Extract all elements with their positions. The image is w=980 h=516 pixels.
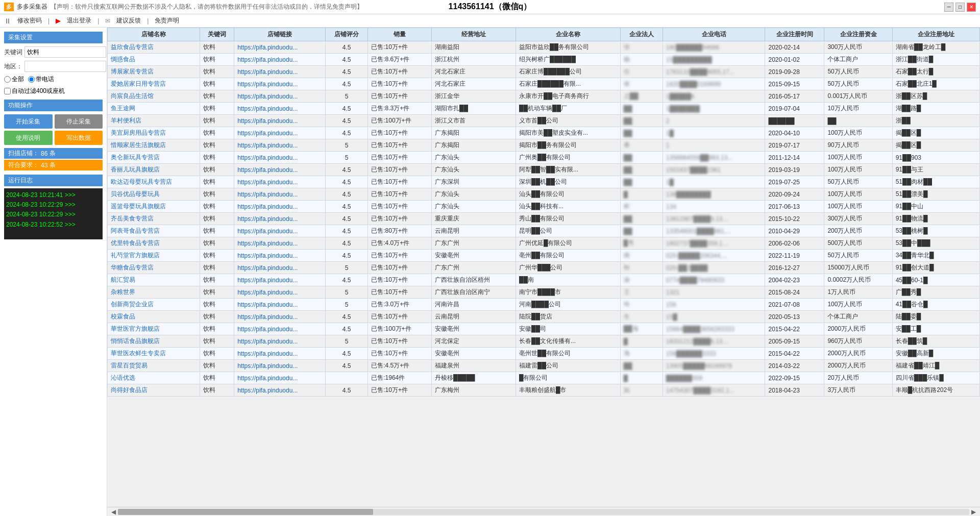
table-cell: 安██工█: [892, 323, 979, 335]
table-cell: 91██创大道█: [892, 262, 979, 274]
maximize-button[interactable]: □: [955, 3, 965, 12]
stop-collect-button[interactable]: 停止采集: [55, 114, 103, 129]
start-collect-button[interactable]: 开始采集: [4, 114, 53, 129]
table-cell: https://pifa.pinduodu...: [234, 176, 326, 188]
table-row[interactable]: 博展家居专营店饮料https://pifa.pinduodu...4.5已售:1…: [108, 66, 980, 78]
close-button[interactable]: ✕: [967, 3, 976, 12]
table-cell: 2015-04-22: [765, 348, 824, 360]
table-wrapper[interactable]: 店铺名称 关键词 店铺链接 店铺评分 销量 经营地址 企业名称 企业法人 企业电…: [107, 28, 980, 507]
table-row[interactable]: 尚得好食品店饮料https://pifa.pinduodu...4.5已售:10…: [108, 384, 980, 397]
feedback-menu-item[interactable]: 建议反馈: [116, 16, 141, 25]
keyword-input[interactable]: [24, 46, 106, 58]
table-row[interactable]: 航汇贸易饮料https://pifa.pinduodu...4.5已售:10万+…: [108, 274, 980, 286]
sidebar: 采集设置 关键词： 帮助? 地区： 全部 带电话 自动过滤400或座机: [0, 28, 107, 516]
table-cell: 300万人民币: [824, 41, 892, 54]
table-body: 益欣食品专营店饮料https://pifa.pinduodu...4.5已售:1…: [108, 41, 980, 397]
table-row[interactable]: 爱她居家日用专营店饮料https://pifa.pinduodu...4.5已售…: [108, 78, 980, 90]
table-row[interactable]: 羊村便利店饮料https://pifa.pinduodu...4.5已售:100…: [108, 115, 980, 127]
table-cell: 欧达迈母婴玩具专营店: [108, 176, 200, 188]
mute-menu-item[interactable]: 免责声明: [155, 16, 179, 25]
table-row[interactable]: 沁语优选饮料https://pifa.pinduodu...已售:1964件丹棱…: [108, 372, 980, 384]
table-row[interactable]: 美宜厨房用品专营店饮料https://pifa.pinduodu...4.5已售…: [108, 127, 980, 139]
table-row[interactable]: 贝谷优品母婴玩具饮料https://pifa.pinduodu...4.5已售:…: [108, 188, 980, 201]
table-cell: 汕头██有限公司: [516, 188, 620, 201]
table-cell: 已售:8.6万+件: [368, 54, 432, 66]
th-company: 企业名称: [516, 28, 620, 41]
th-phone: 企业电话: [663, 28, 765, 41]
horizontal-scrollbar[interactable]: [118, 509, 969, 515]
table-cell: 4.5: [326, 176, 368, 188]
table-cell: 云南昆明: [431, 225, 516, 237]
table-row[interactable]: 惆惑食品饮料https://pifa.pinduodu...4.5已售:8.6万…: [108, 54, 980, 66]
log-line-3: 2024-08-23 10:22:29 >>>: [6, 210, 101, 219]
table-cell: [326, 372, 368, 384]
table-row[interactable]: 礼芍堂官方旗舰店饮料https://pifa.pinduodu...4.5已售:…: [108, 250, 980, 262]
region-input[interactable]: [24, 61, 106, 72]
pause-menu-item[interactable]: 修改密码: [17, 16, 42, 25]
table-cell: 石家██北庄1█: [892, 78, 979, 90]
table-row[interactable]: 惜顺家居生活旗舰店饮料https://pifa.pinduodu...5已售:1…: [108, 139, 980, 152]
table-row[interactable]: 华糖食品专营店饮料https://pifa.pinduodu...5已售:10万…: [108, 262, 980, 274]
table-cell: 广东广州: [431, 262, 516, 274]
table-cell: 广东梅州: [431, 384, 516, 397]
export-button[interactable]: 写出数据: [55, 131, 103, 145]
table-cell: 2020-01-02: [765, 54, 824, 66]
radio-phone-label: 带电话: [36, 75, 54, 84]
table-cell: 2016-12-27: [765, 262, 824, 274]
table-row[interactable]: 香丽儿玩具旗舰店饮料https://pifa.pinduodu...4.5已售:…: [108, 164, 980, 176]
table-cell: ██海: [620, 323, 663, 335]
table-cell: 浙江杭州: [431, 54, 516, 66]
keyword-row: 关键词： 帮助?: [4, 46, 103, 58]
table-cell: 河南████公司: [516, 299, 620, 311]
table-row[interactable]: 華世医农鲜生专卖店饮料https://pifa.pinduodu...4.5已售…: [108, 348, 980, 360]
table-cell: 4.5: [326, 237, 368, 250]
radio-all-label: 全部: [12, 75, 24, 84]
table-cell: 300万人民币: [824, 213, 892, 225]
table-cell: 2020-02-14: [765, 41, 824, 54]
scroll-right-btn[interactable]: ▶: [969, 508, 978, 515]
table-row[interactable]: 阿表哥食品专营店饮料https://pifa.pinduodu...4.5已售:…: [108, 225, 980, 237]
table-row[interactable]: 益欣食品专营店饮料https://pifa.pinduodu...4.5已售:1…: [108, 41, 980, 54]
table-row[interactable]: 优里特食品专营店饮料https://pifa.pinduodu...4.5已售:…: [108, 237, 980, 250]
table-cell: 已售:100万+件: [368, 115, 432, 127]
table-cell: 13905█████68169978: [663, 360, 765, 372]
table-row[interactable]: 雷星百货贸易饮料https://pifa.pinduodu...4.5已售:4.…: [108, 360, 980, 372]
table-cell: ██: [620, 176, 663, 188]
scroll-left-btn[interactable]: ◀: [109, 508, 118, 515]
table-row[interactable]: 校霖食品饮料https://pifa.pinduodu...4.5已售:10万+…: [108, 311, 980, 323]
table-row[interactable]: 创新商贸企业店饮料https://pifa.pinduodu...5已售:3.0…: [108, 299, 980, 311]
table-cell: 100万人民币: [824, 299, 892, 311]
radio-all[interactable]: 全部: [4, 75, 24, 84]
minimize-button[interactable]: ─: [944, 3, 953, 12]
table-row[interactable]: 尚宸良品生活馆饮料https://pifa.pinduodu...5已售:10万…: [108, 90, 980, 103]
table-row[interactable]: 鱼王途网饮料https://pifa.pinduodu...4.5已售:8.3万…: [108, 103, 980, 115]
table-cell: 2021-07-08: [765, 299, 824, 311]
table-cell: 1802737████359,1...: [663, 237, 765, 250]
table-row[interactable]: 奥仑新玩具专营店饮料https://pifa.pinduodu...5已售:10…: [108, 152, 980, 164]
table-cell: 广东汕头: [431, 201, 516, 213]
table-cell: ██: [620, 213, 663, 225]
radio-filter-400[interactable]: 自动过滤400或座机: [4, 87, 65, 95]
table-cell: 广西壮族自治区南宁: [431, 286, 516, 299]
table-row[interactable]: 欧达迈母婴玩具专营店饮料https://pifa.pinduodu...4.5已…: [108, 176, 980, 188]
table-cell: 个体工商户: [824, 311, 892, 323]
table-cell: 2020-05-13: [765, 311, 824, 323]
table-cell: 2006-02-06: [765, 237, 824, 250]
table-cell: 广东广州: [431, 237, 516, 250]
table-row[interactable]: 齐岳美食专营店饮料https://pifa.pinduodu...4.5已售:1…: [108, 213, 980, 225]
table-cell: 如: [620, 384, 663, 397]
table-cell: 饮料: [200, 250, 234, 262]
radio-phone[interactable]: 带电话: [28, 75, 54, 84]
table-row[interactable]: 杂粮世界饮料https://pifa.pinduodu...5已售:10万+件广…: [108, 286, 980, 299]
table-row[interactable]: 遥篮母婴玩具旗舰店饮料https://pifa.pinduodu...4.5已售…: [108, 201, 980, 213]
table-row[interactable]: 悄悄话食品旗舰店饮料https://pifa.pinduodu...5已售:10…: [108, 335, 980, 348]
exit-menu-item[interactable]: 退出登录: [67, 16, 91, 25]
table-cell: 杨: [620, 54, 663, 66]
table-cell: 2000万人民币: [824, 360, 892, 372]
apply-button[interactable]: 使用说明: [4, 131, 53, 145]
filter-400-row: 自动过滤400或座机: [4, 87, 103, 95]
table-cell: 45██60-1█: [892, 274, 979, 286]
table-cell: 广州优延█有限公司: [516, 237, 620, 250]
table-row[interactable]: 華世医官方旗舰店饮料https://pifa.pinduodu...4.5已售:…: [108, 323, 980, 335]
table-cell: 浙江义市首: [431, 115, 516, 127]
